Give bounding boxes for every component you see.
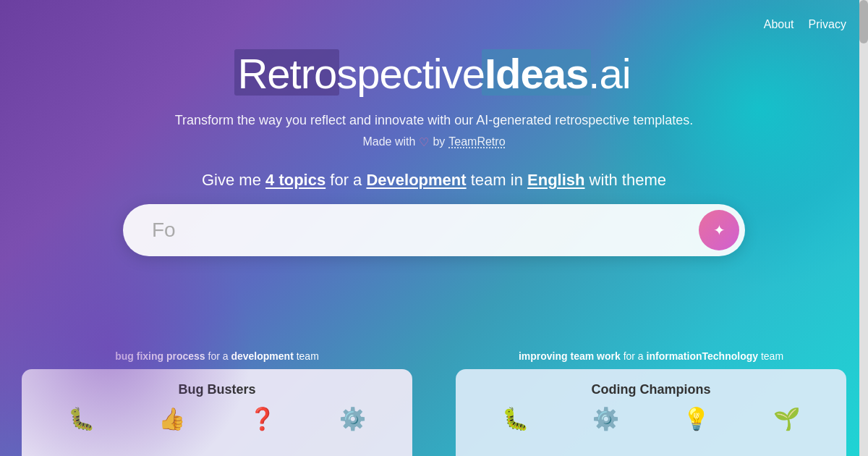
card-1-label-bold: bug fixing process [115, 350, 205, 362]
card-1-icons: 🐛 👍 ❓ ⚙️ [36, 406, 398, 431]
card-1-label-team-suffix: team [297, 350, 319, 362]
magic-wand-icon: ✦ [713, 221, 726, 239]
prompt-suffix: with theme [590, 171, 666, 189]
cards-section: bug fixing process for a development tea… [0, 350, 868, 456]
prompt-language-prefix: team in [471, 171, 523, 189]
card-2-icon-1: 🐛 [502, 406, 529, 431]
by-text: by [433, 135, 445, 148]
prompt-middle: for a [330, 171, 362, 189]
subtitle: Transform the way you reflect and innova… [175, 110, 694, 131]
card-1-label: bug fixing process for a development tea… [115, 350, 319, 362]
made-with-line: Made with ♡ by TeamRetro [362, 135, 505, 149]
card-1-label-team: development [231, 350, 293, 362]
card-1-icon-1: 🐛 [68, 406, 95, 431]
card-1-icon-3: ❓ [249, 406, 276, 431]
card-2-icon-2: ⚙️ [592, 406, 619, 431]
card-2-title: Coding Champions [470, 382, 832, 397]
site-title: Retro spectiveIdeas.ai [237, 51, 630, 97]
heart-icon: ♡ [419, 135, 429, 149]
title-ideas: Ideas [485, 50, 588, 97]
main-content: Retro spectiveIdeas.ai Transform the way… [0, 0, 868, 292]
about-link[interactable]: About [764, 18, 794, 31]
generate-button[interactable]: ✦ [699, 210, 739, 250]
title-dot-ai: .ai [588, 50, 630, 97]
card-2-label-bold: improving team work [519, 350, 621, 362]
privacy-link[interactable]: Privacy [809, 18, 846, 31]
prompt-language[interactable]: English [527, 171, 584, 189]
card-1-icon-2: 👍 [158, 406, 185, 431]
title-spective: spective [336, 50, 485, 97]
prompt-count[interactable]: 4 topics [265, 171, 326, 189]
background: About Privacy Retro spectiveIdeas.ai Tra… [0, 0, 868, 456]
card-2[interactable]: Coding Champions 🐛 ⚙️ 💡 🌱 [456, 369, 846, 456]
card-1[interactable]: Bug Busters 🐛 👍 ❓ ⚙️ [22, 369, 412, 456]
card-column-2: improving team work for a informationTec… [434, 350, 868, 456]
search-container: ✦ [123, 204, 745, 256]
card-1-title: Bug Busters [36, 382, 398, 397]
teamretro-link[interactable]: TeamRetro [448, 135, 505, 148]
card-2-label-for: for a [624, 350, 647, 362]
card-column-1: bug fixing process for a development tea… [0, 350, 434, 456]
prompt-line: Give me 4 topics for a Development team … [202, 171, 666, 190]
card-2-icon-3: 💡 [683, 406, 710, 431]
theme-search-input[interactable] [123, 204, 745, 256]
made-with-text: Made with [362, 135, 415, 148]
card-1-label-for: for a [208, 350, 231, 362]
card-2-label-team: informationTechnology [647, 350, 759, 362]
prompt-prefix: Give me [202, 171, 261, 189]
title-container: Retro spectiveIdeas.ai [237, 51, 630, 97]
card-2-label: improving team work for a informationTec… [519, 350, 783, 362]
card-2-label-team-suffix: team [761, 350, 783, 362]
card-1-icon-4: ⚙️ [339, 406, 366, 431]
prompt-team-type[interactable]: Development [366, 171, 466, 189]
navigation: About Privacy [742, 0, 868, 49]
card-2-icon-4: 🌱 [773, 406, 800, 431]
card-2-icons: 🐛 ⚙️ 💡 🌱 [470, 406, 832, 431]
title-retro: Retro [237, 50, 336, 97]
